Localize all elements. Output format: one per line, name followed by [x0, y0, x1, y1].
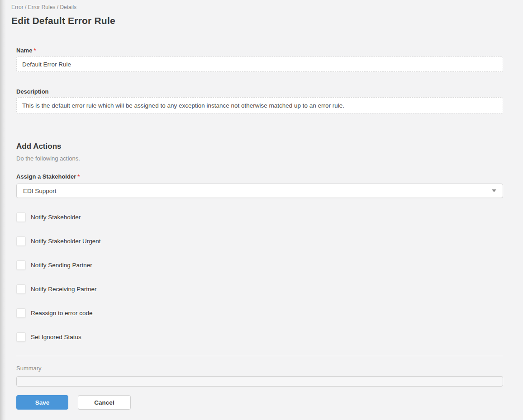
reassign-to-error-code-label: Reassign to error code	[31, 310, 93, 316]
summary-input	[16, 376, 503, 387]
description-field-block: Description This is the default error ru…	[16, 88, 503, 113]
description-input-value: This is the default error rule which wil…	[22, 102, 344, 109]
notify-stakeholder-urgent-checkbox[interactable]	[16, 236, 26, 246]
error-rule-form: Name* Default Error Rule Description Thi…	[16, 47, 503, 410]
summary-label-text: Summary	[16, 365, 42, 372]
breadcrumb-item-details: Details	[60, 4, 76, 10]
stakeholder-field-block: Assign a Stakeholder* EDI Support	[16, 173, 503, 198]
cancel-button[interactable]: Cancel	[78, 395, 131, 410]
summary-field-block: Summary	[16, 365, 503, 387]
summary-label: Summary	[16, 365, 503, 372]
notify-stakeholder-urgent-label: Notify Stakeholder Urgent	[31, 238, 101, 245]
stakeholder-selected-value: EDI Support	[23, 188, 57, 194]
required-asterisk: *	[77, 173, 80, 180]
notify-stakeholder-label: Notify Stakeholder	[31, 214, 81, 221]
breadcrumb: Error / Error Rules / Details	[11, 4, 503, 11]
name-field-block: Name* Default Error Rule	[16, 47, 503, 72]
notify-receiving-partner-label: Notify Receiving Partner	[31, 286, 97, 293]
notify-sending-partner-checkbox[interactable]	[16, 260, 26, 270]
required-asterisk: *	[33, 47, 36, 54]
reassign-to-error-code-checkbox[interactable]	[16, 308, 26, 318]
description-label-text: Description	[16, 88, 49, 95]
add-actions-heading: Add Actions	[16, 142, 503, 151]
checkbox-row: Reassign to error code	[16, 308, 503, 318]
name-label-text: Name	[16, 47, 32, 54]
form-actions: Save Cancel	[16, 395, 503, 410]
actions-checkbox-list: Notify Stakeholder Notify Stakeholder Ur…	[16, 212, 503, 342]
breadcrumb-separator: /	[55, 4, 60, 10]
edit-error-rule-page: Error / Error Rules / Details Edit Defau…	[0, 0, 523, 410]
stakeholder-label-text: Assign a Stakeholder	[16, 173, 76, 180]
stakeholder-label: Assign a Stakeholder*	[16, 173, 503, 180]
name-label: Name*	[16, 47, 503, 54]
description-label: Description	[16, 88, 503, 95]
page-title: Edit Default Error Rule	[11, 15, 503, 27]
name-input[interactable]: Default Error Rule	[16, 57, 503, 72]
add-actions-subtitle: Do the following actions.	[16, 155, 503, 162]
name-input-value: Default Error Rule	[22, 61, 71, 68]
notify-sending-partner-label: Notify Sending Partner	[31, 262, 92, 269]
description-input[interactable]: This is the default error rule which wil…	[16, 97, 503, 113]
breadcrumb-item-error-rules[interactable]: Error Rules	[28, 4, 56, 10]
checkbox-row: Notify Receiving Partner	[16, 284, 503, 294]
chevron-down-icon	[492, 189, 496, 192]
breadcrumb-item-error[interactable]: Error	[11, 4, 24, 10]
notify-stakeholder-checkbox[interactable]	[16, 212, 26, 222]
checkbox-row: Notify Sending Partner	[16, 260, 503, 270]
breadcrumb-separator: /	[24, 4, 28, 10]
stakeholder-select[interactable]: EDI Support	[16, 184, 503, 198]
checkbox-row: Set Ignored Status	[16, 332, 503, 342]
checkbox-row: Notify Stakeholder	[16, 212, 503, 222]
checkbox-row: Notify Stakeholder Urgent	[16, 236, 503, 246]
set-ignored-status-checkbox[interactable]	[16, 332, 26, 342]
divider	[16, 356, 503, 356]
notify-receiving-partner-checkbox[interactable]	[16, 284, 26, 294]
save-button[interactable]: Save	[16, 395, 68, 410]
set-ignored-status-label: Set Ignored Status	[31, 334, 81, 340]
